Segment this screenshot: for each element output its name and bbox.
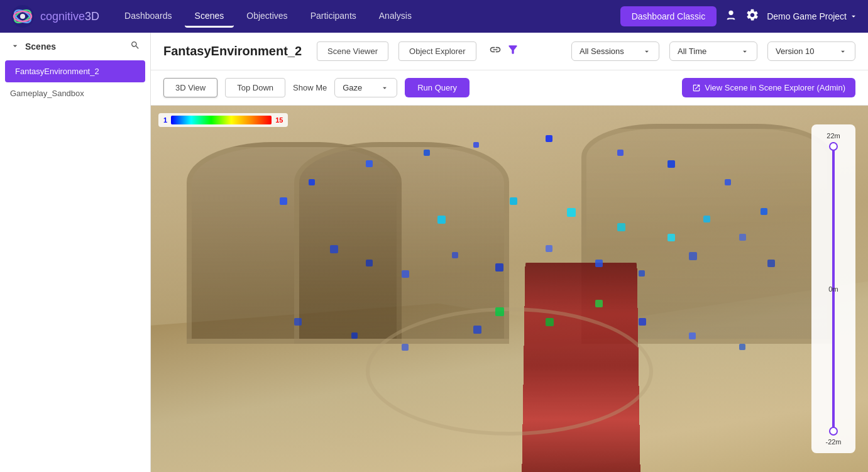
slider-track: 0m [832, 142, 835, 436]
nav-links: Dashboards Scenes Objectives Participant… [114, 6, 615, 28]
logo-text: cognitive3D [40, 10, 99, 23]
view-scene-button[interactable]: View Scene in Scene Explorer (Admin) [682, 78, 855, 97]
version-filter[interactable]: Version 10 [767, 41, 855, 61]
slider-bot-label: -22m [825, 438, 841, 446]
person-icon[interactable] [724, 8, 738, 25]
settings-icon[interactable] [745, 8, 759, 25]
dashboard-classic-button[interactable]: Dashboard Classic [620, 6, 717, 26]
slider-thumb-top[interactable] [829, 142, 838, 151]
filter-icon[interactable] [507, 43, 519, 59]
scene-title: FantasyEnvironment_2 [163, 44, 302, 58]
main-layout: Scenes FantasyEnvironment_2 Gameplay_San… [0, 33, 868, 472]
scene-toolbar: 3D View Top Down Show Me Gaze Run Query … [151, 70, 868, 106]
color-scale-bar: 1 15 [158, 113, 288, 127]
slider-thumb-bottom[interactable] [829, 427, 838, 436]
tab-object-explorer[interactable]: Object Explorer [398, 41, 476, 61]
nav-objectives[interactable]: Objectives [236, 6, 297, 28]
show-me-label: Show Me [293, 83, 327, 92]
sidebar-search-icon[interactable] [130, 40, 140, 53]
link-icon[interactable] [489, 43, 502, 59]
nav-right: Dashboard Classic Demo Game Project [620, 6, 858, 26]
sidebar-header: Scenes [0, 33, 150, 60]
show-me-dropdown[interactable]: Gaze [334, 78, 397, 97]
sidebar-item-gameplay[interactable]: Gameplay_Sandbox [0, 82, 150, 104]
view-3d-button[interactable]: 3D View [163, 78, 217, 97]
slider-top-label: 22m [827, 132, 840, 140]
tab-scene-viewer[interactable]: Scene Viewer [317, 41, 388, 61]
top-navigation: cognitive3D Dashboards Scenes Objectives… [0, 0, 868, 33]
height-slider[interactable]: 22m 0m -22m [811, 124, 855, 453]
project-selector[interactable]: Demo Game Project [767, 11, 858, 21]
sidebar-toggle[interactable] [10, 41, 20, 53]
view-topdown-button[interactable]: Top Down [225, 78, 285, 97]
main-content: FantasyEnvironment_2 Scene Viewer Object… [151, 33, 868, 472]
logo[interactable]: cognitive3D [10, 4, 99, 29]
header-icons [489, 43, 519, 59]
svg-point-4 [20, 14, 25, 19]
sidebar-title: Scenes [10, 41, 56, 53]
nav-participants[interactable]: Participants [300, 6, 366, 28]
slider-mid-label: 0m [828, 285, 838, 293]
sessions-filter[interactable]: All Sessions [571, 41, 659, 61]
nav-scenes[interactable]: Scenes [185, 6, 234, 28]
run-query-button[interactable]: Run Query [405, 78, 470, 97]
scene-3d-view: 1 15 22m 0m -22m [151, 106, 868, 472]
scene-viewport[interactable]: 1 15 22m 0m -22m [151, 106, 868, 472]
sidebar: Scenes FantasyEnvironment_2 Gameplay_San… [0, 33, 151, 472]
nav-dashboards[interactable]: Dashboards [114, 6, 182, 28]
time-filter[interactable]: All Time [669, 41, 757, 61]
sidebar-item-fantasy[interactable]: FantasyEnvironment_2 [5, 60, 145, 82]
nav-analysis[interactable]: Analysis [369, 6, 422, 28]
content-header: FantasyEnvironment_2 Scene Viewer Object… [151, 33, 868, 70]
